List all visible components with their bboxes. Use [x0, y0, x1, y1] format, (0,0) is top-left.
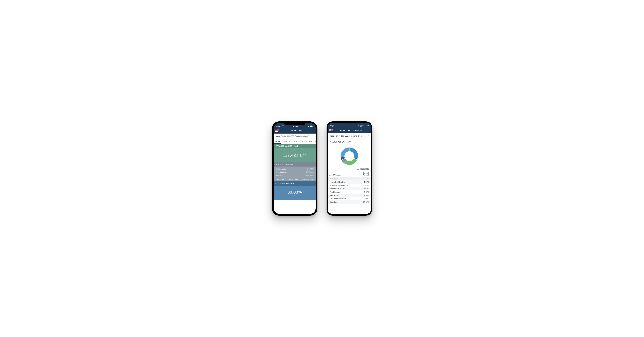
battery-icon [310, 125, 313, 127]
iphone-screen: Carrier 3:53 PM 7 DASHBOARD [274, 123, 316, 214]
allocation-row[interactable]: US Equities29.42% [328, 177, 371, 180]
allocation-name: Fixed Income [330, 191, 360, 193]
as-of-date: As of 09/27/2015 [328, 168, 371, 171]
tab-performance[interactable]: PERFOR [314, 139, 316, 144]
color-swatch [328, 188, 328, 190]
donut-slice[interactable] [349, 147, 358, 159]
app-bar: 7 DASHBOARD [274, 128, 316, 134]
allocation-name: US Equities [330, 178, 360, 180]
tile-mmv-header: MANAGED MARKET VALUE [274, 144, 316, 148]
page-title: ASSET ALLOCATION [332, 129, 370, 132]
svg-rect-4 [360, 126, 362, 126]
iphone-notch [284, 121, 305, 125]
sort-asc-icon [339, 175, 340, 175]
col-header-current-percent[interactable]: Current Percent [363, 172, 369, 176]
mmv-value: $27,423,177 [283, 153, 306, 158]
allocation-name: Unassigned [330, 201, 360, 203]
svg-rect-1 [310, 126, 312, 127]
cr-value: 38.08% [288, 190, 302, 195]
notification-badge: 20 [331, 129, 333, 131]
tab-asset-allocation[interactable]: ASSET ALLOCATION [282, 139, 301, 144]
color-swatch [328, 195, 328, 196]
allocation-name: Bond Funds [330, 195, 360, 196]
allocation-percent: 5.60% [360, 198, 369, 200]
color-swatch [328, 184, 328, 186]
donut-slice[interactable] [340, 147, 349, 157]
net-row-label: Net Contribution [276, 174, 289, 176]
tile-cr-header: CONTRIBUTION RATE [274, 181, 316, 186]
menu-button[interactable]: 20 [329, 129, 332, 131]
chevron-down-icon [312, 136, 314, 137]
android-device-frame: AT&T 54% 12:47 PM 20 ASSET ALLOCATION Ab… [326, 121, 372, 216]
allocation-percent: 0.82% [360, 184, 369, 186]
tile-contribution-rate[interactable]: 38.08% [274, 186, 316, 200]
allocation-name: International Equities [330, 181, 360, 183]
allocation-row[interactable]: International Equities1.79% [328, 180, 371, 184]
location-icon [308, 125, 309, 127]
range-option[interactable]: Trailing 3 years [288, 179, 298, 180]
allocation-name: Domestic Stock Funds [330, 188, 360, 190]
app-bar: 20 ASSET ALLOCATION [328, 127, 371, 133]
range-option[interactable]: Inception to Date [302, 179, 313, 180]
status-time: 3:53 PM [284, 125, 308, 127]
iphone-device-frame: Carrier 3:53 PM 7 DASHBOARD [272, 121, 318, 216]
carrier-label: Carrier [276, 125, 281, 127]
net-row-label: Contributions [276, 171, 286, 173]
allocation-row[interactable]: Fixed Income2.15% [328, 190, 371, 194]
color-swatch [328, 201, 328, 203]
net-row-value: $226,000 [306, 171, 314, 173]
android-sensors [326, 122, 372, 126]
net-row-value: $225,000 [306, 174, 314, 176]
account-selector-label: Abbot Family (222-222, Reporting Group) [330, 135, 363, 137]
color-swatch [328, 191, 328, 193]
allocation-name: Exchange Traded Funds [330, 184, 360, 186]
allocation-row[interactable]: Cash and Equivalents5.60% [328, 197, 371, 200]
allocation-row[interactable]: Exchange Traded Funds0.82% [328, 184, 371, 187]
allocation-name: Cash and Equivalents [330, 198, 360, 200]
allocation-percent: 26.43% [360, 201, 369, 203]
page-title: DASHBOARD [278, 129, 314, 132]
account-selector[interactable]: Abbot Family (222-222, Reporting Group) [328, 133, 371, 139]
color-swatch [328, 178, 328, 180]
chevron-down-icon [368, 136, 369, 136]
account-selector[interactable]: Abbot Family (222-222, Reporting Group) [274, 134, 316, 139]
tab-bar: TILES ASSET ALLOCATION NET WORTH PERFOR [274, 139, 316, 144]
range-option[interactable]: Year to Date [276, 179, 284, 180]
section-title: ASSET ALLOCATION [328, 139, 371, 144]
color-swatch [328, 198, 328, 200]
tab-net-worth[interactable]: NET WORTH [301, 139, 314, 144]
tab-tiles[interactable]: TILES [274, 139, 282, 144]
allocation-percent: 1.79% [360, 181, 369, 183]
allocation-row[interactable]: Bond Funds2.78% [328, 194, 371, 197]
allocation-table-header: Asset Class Current Percent [328, 171, 371, 177]
allocation-percent: 31.02% [360, 188, 369, 190]
net-range-selector: Year to Date Trailing 3 years Inception … [274, 178, 316, 181]
allocation-percent: 2.15% [360, 191, 369, 193]
wifi-icon [282, 125, 284, 127]
col-header-asset-class[interactable]: Asset Class [329, 174, 340, 176]
donut-chart[interactable] [328, 144, 371, 168]
account-selector-label: Abbot Family (222-222, Reporting Group) [276, 135, 309, 137]
chevron-down-icon [294, 196, 296, 196]
color-swatch [328, 181, 328, 183]
allocation-percent: 2.78% [360, 195, 369, 196]
svg-rect-2 [312, 126, 313, 127]
allocation-percent: 29.42% [360, 178, 369, 180]
allocation-table-body: US Equities29.42%International Equities1… [328, 177, 371, 204]
tile-net-contribution[interactable]: Withdrawals($1,000) Contributions$226,00… [274, 167, 316, 178]
net-row-value: ($1,000) [307, 168, 314, 170]
notification-badge: 7 [277, 129, 279, 131]
android-screen: AT&T 54% 12:47 PM 20 ASSET ALLOCATION Ab… [328, 123, 371, 214]
menu-button[interactable]: 7 [275, 130, 278, 132]
allocation-row[interactable]: Domestic Stock Funds31.02% [328, 187, 371, 190]
net-row-label: Withdrawals [276, 168, 286, 170]
tile-mmv[interactable]: $27,423,177 [274, 148, 316, 162]
allocation-row[interactable]: Unassigned26.43% [328, 200, 371, 204]
tile-net-header: NET CONTRIBUTION [274, 162, 316, 167]
